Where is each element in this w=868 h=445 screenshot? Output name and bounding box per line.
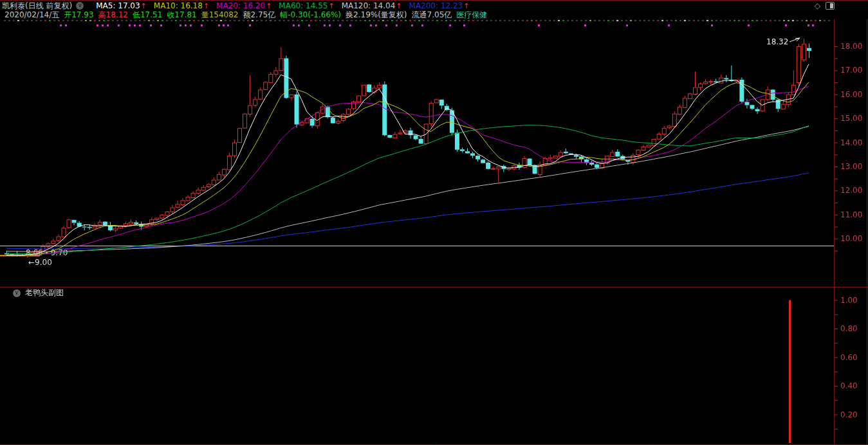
panel-icon[interactable]	[826, 2, 835, 10]
info-segment-6: 额2.75亿	[243, 10, 275, 21]
panel-icon-fill	[830, 3, 833, 8]
sub-chart-header: ∨ 老鸭头副图	[0, 288, 64, 298]
info-segment-10: 医疗保健	[456, 10, 487, 21]
collapse-main-chart-icon[interactable]: ∨	[76, 2, 84, 10]
info-segment-7: 幅-0.30(-1.66%)	[280, 10, 341, 21]
diamond-icon[interactable]: ◇	[815, 1, 820, 10]
info-segment-5: 量154082	[201, 10, 239, 21]
info-segment-4: 收17.81	[167, 10, 196, 21]
info-segment-0: 2020/02/14/五	[5, 10, 59, 21]
app-window: 凯利泰(日线 前复权) ∨ MA5: 17.03↑MA10: 16.18↑MA2…	[0, 0, 868, 445]
sub-chart-title: 老鸭头副图	[25, 287, 64, 298]
info-segment-8: 换2.19%(量复权)	[346, 10, 407, 21]
collapse-sub-chart-icon[interactable]: ∨	[13, 289, 21, 297]
main-chart-canvas[interactable]	[0, 1, 868, 445]
info-segment-9: 流通7.05亿	[412, 10, 452, 21]
info-segment-1: 开17.93	[64, 10, 93, 21]
info-segment-3: 低17.51	[133, 10, 162, 21]
info-bar: 2020/02/14/五开17.93高18.12低17.51收17.81量154…	[0, 10, 868, 19]
info-segment-2: 高18.12	[98, 10, 128, 21]
